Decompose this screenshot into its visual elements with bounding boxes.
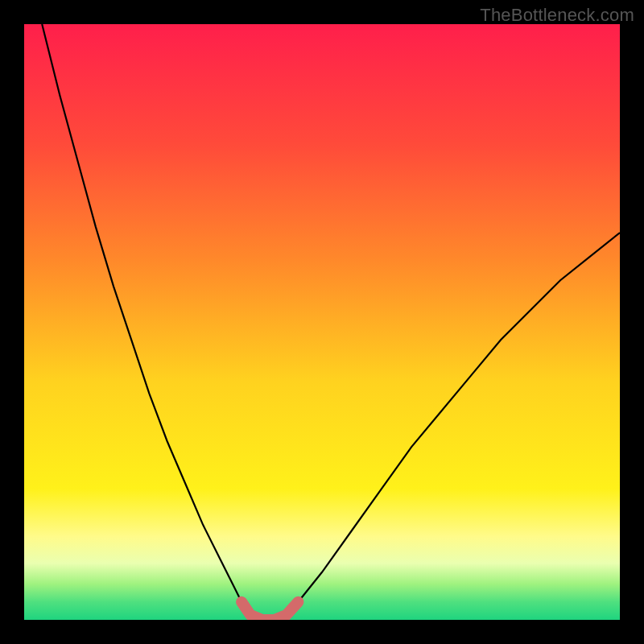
right-curve xyxy=(298,233,620,602)
plot-area xyxy=(24,24,620,620)
left-curve xyxy=(42,24,242,602)
trough-highlight xyxy=(242,602,298,620)
curve-layer xyxy=(24,24,620,620)
watermark-text: TheBottleneck.com xyxy=(480,5,634,26)
chart-frame: TheBottleneck.com xyxy=(0,0,644,644)
